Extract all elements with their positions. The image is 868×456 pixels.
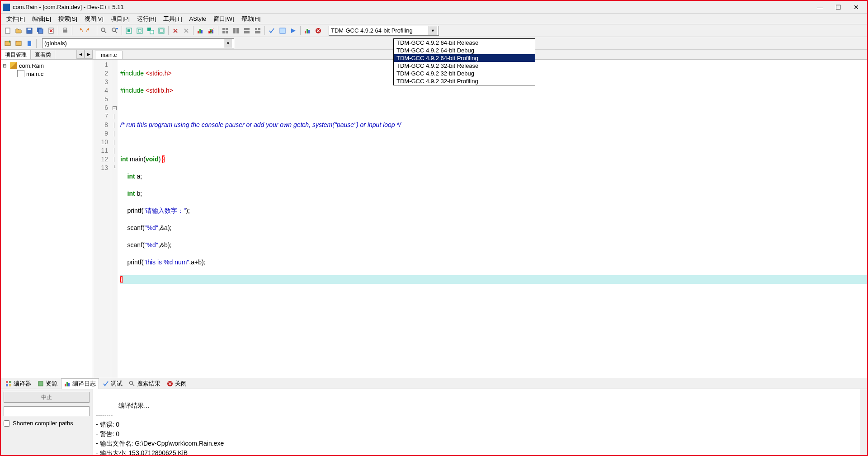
scope-select[interactable]: (globals) ▼ [42,38,234,48]
print-button[interactable] [60,26,70,36]
menu-window[interactable]: 窗口[W] [210,14,238,24]
toolbar-main: TDM-GCC 4.9.2 64-bit Profiling ▼ [1,24,867,37]
new-project-button[interactable] [3,38,13,48]
profile-analysis-button[interactable] [302,26,312,36]
code-editor[interactable]: 123 456 789 101112 13 − ││││││└ #include… [93,60,867,378]
debug-button[interactable] [170,26,180,36]
replace-button[interactable] [110,26,120,36]
tab-prev-button[interactable]: ◀ [76,50,85,59]
checkbox-input[interactable] [4,420,10,427]
compiler-dropdown[interactable]: TDM-GCC 4.9.2 64-bit Release TDM-GCC 4.9… [393,38,535,85]
menu-tools[interactable]: 工具[T] [160,14,185,24]
stop-debug-button[interactable] [181,26,191,36]
check-button[interactable] [267,26,277,36]
menu-run[interactable]: 运行[R] [133,14,160,24]
delete-profile-button[interactable] [206,26,216,36]
stop-button[interactable]: 中止 [4,392,90,403]
compile-button[interactable] [124,26,134,36]
tab-debug[interactable]: 调试 [100,379,125,389]
project-node[interactable]: ⊟ com.Rain [3,61,91,70]
tab-close[interactable]: 关闭 [164,379,189,389]
menu-file[interactable]: 文件[F] [3,14,28,24]
menu-help[interactable]: 帮助[H] [238,14,264,24]
window-prev-button[interactable] [253,26,263,36]
svg-rect-18 [160,29,163,33]
bookmark-toggle-button[interactable] [24,38,34,48]
close-button[interactable]: ✕ [852,3,861,12]
minimize-button[interactable]: — [816,3,825,12]
insert-button[interactable] [14,38,24,48]
tab-search-results[interactable]: 搜索结果 [126,379,163,389]
compiler-option[interactable]: TDM-GCC 4.9.2 64-bit Profiling [394,54,535,62]
maximize-button[interactable]: ☐ [834,3,843,12]
compiler-option[interactable]: TDM-GCC 4.9.2 32-bit Debug [394,70,535,77]
file-node[interactable]: main.c [15,70,91,78]
find-button[interactable] [99,26,109,36]
menu-project[interactable]: 项目[P] [107,14,133,24]
compiler-option[interactable]: TDM-GCC 4.9.2 32-bit Release [394,62,535,70]
compiler-select[interactable]: TDM-GCC 4.9.2 64-bit Profiling ▼ [329,26,439,36]
window-next-button[interactable] [242,26,252,36]
compiler-option[interactable]: TDM-GCC 4.9.2 32-bit Profiling [394,77,535,85]
svg-point-9 [112,28,116,32]
tab-next-button[interactable]: ▶ [85,50,93,59]
app-icon [3,4,10,11]
svg-rect-6 [63,30,67,33]
editor-tab[interactable]: main.c [95,51,123,59]
bottom-content: 中止 Shorten compiler paths 编译结果... ------… [1,389,867,456]
svg-rect-45 [9,381,11,383]
window-title: com.Rain - [com.Rain.dev] - Dev-C++ 5.11 [13,4,816,10]
fold-toggle-icon[interactable]: − [113,106,117,110]
tab-compiler[interactable]: 编译器 [3,379,34,389]
window-tile-button[interactable] [220,26,230,36]
new-file-button[interactable] [3,26,13,36]
tab-resources[interactable]: 资源 [35,379,60,389]
tab-classes[interactable]: 查看类 [31,50,55,59]
menu-search[interactable]: 搜索[S] [55,14,81,24]
compiler-option[interactable]: TDM-GCC 4.9.2 64-bit Debug [394,47,535,54]
code-content[interactable]: #include <stdio.h> #include <stdlib.h> /… [118,60,867,378]
svg-rect-51 [68,383,70,386]
menu-view[interactable]: 视图[V] [81,14,107,24]
save-button[interactable] [24,26,34,36]
shorten-label: Shorten compiler paths [13,420,73,427]
tab-project[interactable]: 项目管理 [1,50,31,59]
menu-edit[interactable]: 编辑[E] [28,14,55,24]
vertical-scrollbar[interactable] [860,389,867,456]
search-icon [129,381,135,387]
titlebar: com.Rain - [com.Rain.dev] - Dev-C++ 5.11… [1,1,867,14]
bookmark-button[interactable] [278,26,288,36]
filter-input[interactable] [4,406,90,416]
svg-rect-14 [138,29,141,32]
profile-button[interactable] [195,26,205,36]
svg-rect-0 [5,28,10,33]
close-file-button[interactable] [46,26,56,36]
redo-button[interactable] [85,26,95,36]
goto-button[interactable] [288,26,298,36]
shorten-paths-checkbox[interactable]: Shorten compiler paths [4,420,90,427]
collapse-icon[interactable]: ⊟ [3,63,8,68]
svg-rect-49 [65,384,66,386]
check-icon [103,381,109,387]
svg-rect-37 [305,31,306,33]
file-icon [17,70,24,77]
svg-rect-43 [28,41,31,46]
rebuild-button[interactable] [156,26,166,36]
undo-button[interactable] [74,26,84,36]
menu-astyle[interactable]: AStyle [186,14,210,23]
compile-run-button[interactable] [146,26,156,36]
window-cascade-button[interactable] [231,26,241,36]
scope-label: (globals) [44,40,67,47]
menubar: 文件[F] 编辑[E] 搜索[S] 视图[V] 项目[P] 运行[R] 工具[T… [1,14,867,24]
profile-delete-button[interactable] [313,26,323,36]
open-button[interactable] [14,26,24,36]
svg-rect-7 [64,28,66,30]
compiler-option[interactable]: TDM-GCC 4.9.2 64-bit Release [394,39,535,47]
compile-output[interactable]: 编译结果... -------- - 错误: 0 - 警告: 0 - 输出文件名… [93,389,867,456]
left-tabs: 项目管理 查看类 ◀ ▶ [1,50,93,60]
tab-compile-log[interactable]: 编译日志 [61,378,99,389]
save-all-button[interactable] [35,26,45,36]
run-button[interactable] [135,26,145,36]
chart-icon [64,381,71,387]
svg-rect-31 [244,28,250,30]
